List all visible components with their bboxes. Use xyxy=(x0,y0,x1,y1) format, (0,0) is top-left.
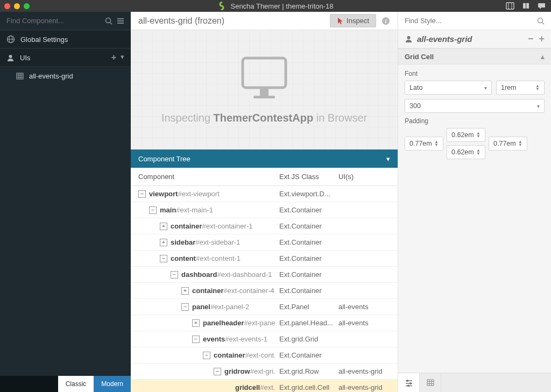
tree-cell-component: −gridrow#ext-gri... xyxy=(131,367,275,375)
expand-icon[interactable]: + xyxy=(192,319,200,327)
padding-right-value: 0.77em xyxy=(493,140,516,147)
collapse-icon[interactable]: − xyxy=(171,271,178,279)
tree-row[interactable]: +sidebar#ext-sidebar-1Ext.Container xyxy=(131,234,398,251)
component-search-bar xyxy=(0,12,131,30)
style-search-input[interactable] xyxy=(405,17,537,25)
tab-classic[interactable]: Classic xyxy=(58,376,94,392)
font-weight-select[interactable]: 300 ▾ xyxy=(405,99,545,113)
collapse-icon[interactable]: − xyxy=(160,255,167,262)
stepper-icon: ▲▼ xyxy=(535,84,540,91)
center-header: all-events-grid (frozen) Inspect i xyxy=(131,12,398,30)
collapse-icon[interactable]: − xyxy=(138,190,146,198)
tree-node-id: #ext... xyxy=(260,383,275,391)
tree-cell-component: −panel#ext-panel-2 xyxy=(131,303,275,311)
tree-cell-class: Ext.Container xyxy=(275,238,334,246)
right-panel: all-events-grid − + Grid Cell ▴ Font Lat… xyxy=(398,12,551,392)
tree-row[interactable]: −content#ext-content-1Ext.Container xyxy=(131,251,398,267)
tree-row[interactable]: −events#ext-events-1Ext.grid.Grid xyxy=(131,331,398,347)
svg-line-4 xyxy=(110,23,112,24)
font-family-value: Lato xyxy=(409,84,422,91)
close-window-button[interactable] xyxy=(4,3,10,9)
tree-cell-component: +sidebar#ext-sidebar-1 xyxy=(131,238,275,246)
tree-cell-component: gridcell#ext... xyxy=(131,383,275,391)
tree-node-name: main xyxy=(160,206,176,214)
monitor-icon xyxy=(237,55,291,104)
tree-row[interactable]: −container#ext-cont...Ext.Container xyxy=(131,347,398,364)
svg-point-24 xyxy=(407,36,411,39)
padding-left-value: 0.77em xyxy=(409,140,432,147)
expand-icon[interactable]: + xyxy=(160,239,167,246)
tree-node-id: #ext-content-1 xyxy=(196,254,241,262)
tree-row[interactable]: gridcell#ext...Ext.grid.cell.Cellall-eve… xyxy=(131,380,398,392)
grid-icon xyxy=(16,73,24,80)
collapse-icon[interactable]: − xyxy=(214,368,221,375)
tree-node-id: #ext-sidebar-1 xyxy=(195,238,240,246)
sliders-view-button[interactable] xyxy=(398,373,420,392)
collapse-icon[interactable]: − xyxy=(192,336,200,343)
tree-node-id: #ext-panel-2 xyxy=(210,303,249,311)
inspect-button-label: Inspect xyxy=(347,17,369,25)
add-section-button[interactable]: + xyxy=(539,33,545,45)
info-icon[interactable]: i xyxy=(382,17,390,25)
sidebar-global-settings[interactable]: Global Settings xyxy=(0,30,131,48)
collapse-icon[interactable]: − xyxy=(181,303,189,311)
tree-row[interactable]: −gridrow#ext-gri...Ext.grid.Rowall-event… xyxy=(131,364,398,380)
film-icon[interactable] xyxy=(506,2,514,10)
collapse-icon[interactable]: − xyxy=(203,352,210,359)
component-search-input[interactable] xyxy=(6,17,101,25)
tree-cell-class: Ext.grid.Grid xyxy=(275,335,334,343)
menu-icon[interactable] xyxy=(117,18,124,24)
sencha-logo-icon xyxy=(217,2,226,10)
chat-icon[interactable] xyxy=(538,2,546,10)
tree-row[interactable]: −main#ext-main-1Ext.Container xyxy=(131,202,398,218)
component-tree-header[interactable]: Component Tree ▾ xyxy=(131,149,398,168)
collapse-icon[interactable]: − xyxy=(149,206,157,214)
tree-row[interactable]: −dashboard#ext-dashboard-1Ext.Container xyxy=(131,267,398,283)
padding-top-field[interactable]: 0.62em ▲▼ xyxy=(447,128,485,142)
tree-row[interactable]: +container#ext-container-4Ext.Container xyxy=(131,283,398,299)
font-family-select[interactable]: Lato ▾ xyxy=(405,81,492,95)
grid-view-button[interactable] xyxy=(420,373,441,392)
collapse-button[interactable]: − xyxy=(528,33,534,45)
font-size-field[interactable]: 1rem ▲▼ xyxy=(496,81,545,95)
tree-column-headers: Component Ext JS Class UI(s) xyxy=(131,168,398,186)
tab-modern[interactable]: Modern xyxy=(94,376,131,392)
padding-right-field[interactable]: 0.77em ▲▼ xyxy=(489,137,527,151)
tree-row[interactable]: −panel#ext-panel-2Ext.Panelall-events xyxy=(131,299,398,315)
sidebar-uis-section[interactable]: UIs + ▾ xyxy=(0,48,131,67)
tree-cell-class: Ext.grid.cell.Cell xyxy=(275,383,334,391)
user-icon xyxy=(405,35,413,43)
tree-node-name: gridrow xyxy=(224,367,250,375)
section-grid-cell-label: Grid Cell xyxy=(405,53,434,61)
section-grid-cell[interactable]: Grid Cell ▴ xyxy=(398,48,551,65)
component-tree: −viewport#ext-viewportExt.viewport.D...−… xyxy=(131,186,398,392)
titlebar-actions xyxy=(506,2,546,10)
tree-node-name: sidebar xyxy=(171,238,195,246)
tree-row[interactable]: +container#ext-container-1Ext.Container xyxy=(131,218,398,234)
right-footer xyxy=(398,373,551,392)
padding-left-field[interactable]: 0.77em ▲▼ xyxy=(405,137,443,151)
search-icon[interactable] xyxy=(105,17,112,25)
tree-cell-component: −viewport#ext-viewport xyxy=(131,190,275,198)
padding-bottom-field[interactable]: 0.62em ▲▼ xyxy=(447,145,485,159)
minimize-window-button[interactable] xyxy=(14,3,20,9)
col-uis[interactable]: UI(s) xyxy=(334,173,398,181)
inspect-button[interactable]: Inspect xyxy=(330,14,376,27)
add-ui-button[interactable]: + xyxy=(111,53,116,62)
col-class[interactable]: Ext JS Class xyxy=(275,173,334,181)
svg-point-22 xyxy=(538,18,543,23)
center-panel: all-events-grid (frozen) Inspect i Inspe… xyxy=(131,12,398,392)
ui-menu-caret[interactable]: ▾ xyxy=(121,53,124,62)
expand-icon[interactable]: + xyxy=(160,223,167,230)
search-icon[interactable] xyxy=(537,17,545,25)
maximize-window-button[interactable] xyxy=(24,3,30,9)
svg-rect-21 xyxy=(253,96,275,98)
expand-icon[interactable]: + xyxy=(181,287,189,295)
padding-top-value: 0.62em xyxy=(451,131,474,139)
col-component[interactable]: Component xyxy=(131,173,275,181)
tree-row[interactable]: −viewport#ext-viewportExt.viewport.D... xyxy=(131,186,398,202)
tree-row[interactable]: +panelheader#ext-pane...Ext.panel.Head..… xyxy=(131,315,398,331)
stepper-icon: ▲▼ xyxy=(476,149,481,155)
sidebar-ui-item-all-events-grid[interactable]: all-events-grid xyxy=(0,67,131,85)
book-icon[interactable] xyxy=(522,2,530,10)
